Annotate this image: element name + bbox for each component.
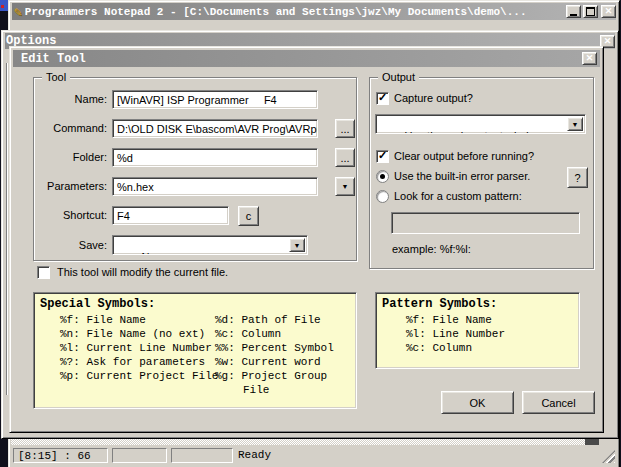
builtin-parser-label: Use the built-in error parser. (394, 170, 530, 183)
pattern-example-label: example: %f:%l: (392, 243, 471, 256)
symbol-item: %c: Column (406, 341, 505, 355)
minimize-button[interactable] (566, 5, 581, 18)
save-label: Save: (36, 239, 107, 252)
folder-field[interactable]: %d (112, 148, 318, 167)
tool-group: Tool Name: [WinAVR] ISP Programmer F4 Co… (33, 77, 357, 261)
output-window-combobox-arrow[interactable]: ▼ (567, 117, 583, 131)
resize-grip[interactable] (602, 450, 615, 463)
special-symbols-title: Special Symbols: (40, 297, 155, 311)
capture-output-checkbox[interactable]: ✓ (376, 92, 389, 105)
folder-browse-button[interactable]: ... (335, 148, 355, 167)
special-symbols-right-column: %d: Path of File %c: Column %%: Percent … (215, 313, 334, 397)
cancel-button[interactable]: Cancel (522, 391, 595, 414)
symbol-item: %g: Project Group (215, 369, 334, 383)
modify-file-label: This tool will modify the current file. (57, 266, 228, 279)
maximize-button[interactable] (583, 5, 598, 18)
save-combobox[interactable]: None ▼ (112, 235, 308, 255)
symbol-item: %p: Current Project File (60, 369, 218, 383)
symbol-item: %n: File Name (no ext) (60, 327, 218, 341)
output-group: Output ✓ Capture output? Use the main ou… (369, 77, 594, 269)
symbol-item: %f: File Name (406, 313, 505, 327)
name-label: Name: (36, 93, 107, 106)
pattern-symbols-title: Pattern Symbols: (382, 297, 497, 311)
dropdown-arrow-icon: ▼ (572, 121, 579, 128)
options-content-edge (6, 63, 7, 395)
edit-tool-titlebar: Edit Tool ✕ (13, 50, 600, 67)
capture-output-label: Capture output? (394, 92, 473, 105)
close-button[interactable]: ✕ (601, 5, 616, 18)
clear-output-label: Clear output before running? (394, 150, 534, 163)
pattern-symbols-list: %f: File Name %l: Line Number %c: Column (406, 313, 505, 355)
ok-button[interactable]: OK (441, 391, 514, 414)
clear-output-checkbox[interactable]: ✓ (376, 150, 389, 163)
shortcut-field[interactable]: F4 (112, 206, 229, 225)
dropdown-arrow-icon: ▼ (342, 183, 349, 190)
status-panel-3 (171, 448, 233, 463)
special-symbols-box: Special Symbols: %f: File Name %n: File … (33, 292, 357, 409)
output-group-label: Output (378, 70, 419, 84)
symbol-item: %c: Column (215, 327, 334, 341)
dropdown-arrow-icon: ▼ (294, 242, 301, 249)
builtin-parser-radio[interactable] (376, 170, 389, 183)
edit-tool-close-icon: ✕ (586, 54, 594, 63)
command-field[interactable]: D:\OLD DISK E\bascom\AVR Prog\AVRprog (112, 119, 318, 138)
name-field[interactable]: [WinAVR] ISP Programmer F4 (112, 90, 318, 109)
command-label: Command: (36, 122, 107, 135)
save-combobox-value: None (141, 251, 167, 255)
symbol-item: %l: Line Number (406, 327, 505, 341)
custom-pattern-field[interactable] (391, 212, 580, 234)
parameters-field[interactable]: %n.hex (112, 177, 318, 196)
screen: ✎ Programmers Notepad 2 - [C:\Documents … (0, 0, 621, 467)
save-combobox-arrow[interactable]: ▼ (289, 238, 305, 252)
tool-group-label: Tool (42, 70, 70, 84)
check-icon: ✓ (378, 149, 387, 162)
edit-tool-title: Edit Tool (21, 52, 86, 66)
custom-pattern-radio[interactable] (376, 190, 389, 203)
edit-tool-close-button[interactable]: ✕ (582, 52, 597, 65)
radio-dot-icon (380, 174, 385, 179)
status-cursor-position: [8:15] : 66 (13, 448, 108, 463)
symbol-item: %?: Ask for parameters (60, 355, 218, 369)
pattern-symbols-box: Pattern Symbols: %f: File Name %l: Line … (375, 292, 580, 369)
status-message: Ready (238, 449, 271, 461)
parser-help-button[interactable]: ? (567, 167, 588, 188)
special-symbols-left-column: %f: File Name %n: File Name (no ext) %l:… (60, 313, 218, 383)
options-close-icon: ✕ (604, 37, 612, 46)
output-window-combobox-value: Use the main output window. (404, 130, 545, 134)
symbol-item: %d: Path of File (215, 313, 334, 327)
command-browse-button[interactable]: ... (335, 119, 355, 138)
app-icon[interactable]: ✎ (14, 4, 22, 20)
shortcut-clear-button[interactable]: c (238, 206, 259, 226)
custom-pattern-label: Look for a custom pattern: (394, 190, 522, 203)
symbol-item: %f: File Name (60, 313, 218, 327)
symbol-item: %l: Current Line Number (60, 341, 218, 355)
parameters-dropdown-button[interactable]: ▼ (335, 177, 355, 196)
check-icon: ✓ (378, 91, 387, 104)
edit-tool-dialog: Edit Tool ✕ Tool Name: [WinAVR] ISP Prog… (9, 46, 604, 433)
parameters-label: Parameters: (36, 180, 107, 193)
maximize-icon (586, 7, 595, 16)
folder-label: Folder: (36, 151, 107, 164)
minimize-icon (570, 14, 577, 16)
symbol-item: %%: Percent Symbol (215, 341, 334, 355)
symbol-item: %w: Current word (215, 355, 334, 369)
main-titlebar: ✎ Programmers Notepad 2 - [C:\Documents … (12, 3, 616, 20)
symbol-item-wrap: File (243, 383, 334, 397)
background-window-sliver (0, 0, 8, 11)
status-bar: [8:15] : 66 Ready (11, 445, 617, 466)
status-panel-2 (112, 448, 167, 463)
shortcut-label: Shortcut: (36, 209, 107, 222)
close-icon: ✕ (605, 7, 613, 16)
background-red-dot (1, 5, 4, 8)
modify-file-checkbox[interactable] (37, 266, 50, 279)
main-window-title: Programmers Notepad 2 - [C:\Documents an… (25, 6, 566, 18)
output-window-combobox[interactable]: Use the main output window. ▼ (375, 114, 586, 134)
